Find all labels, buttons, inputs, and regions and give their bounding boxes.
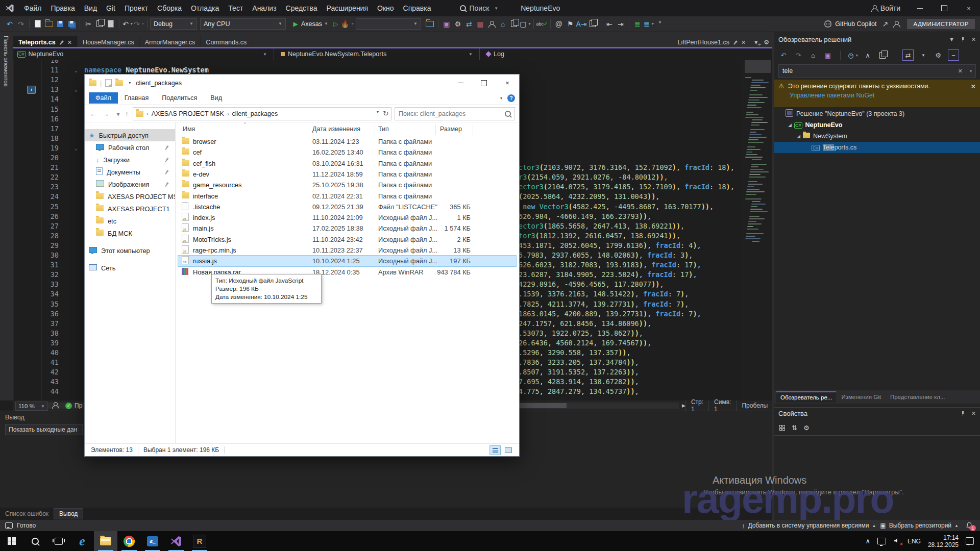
props-pages-icon[interactable]: ⚙	[803, 424, 810, 432]
se-back-icon[interactable]: ↶	[778, 50, 789, 60]
navigate-cursor-icon[interactable]: A⇥	[576, 18, 587, 30]
props-categorized-icon[interactable]	[779, 425, 786, 431]
menu-item-3[interactable]: Вид	[80, 0, 102, 16]
column-header-1[interactable]: Имя	[183, 126, 195, 133]
dismiss-warning-icon[interactable]: ✕	[971, 83, 976, 90]
thumbnails-view-button[interactable]	[503, 445, 514, 455]
sign-in-button[interactable]: Войти	[865, 4, 906, 12]
se-forward-icon[interactable]: ↷	[793, 50, 803, 60]
feedback-bubble-icon[interactable]	[5, 522, 13, 529]
tree-item-neptuneevo[interactable]: ◢C#NeptuneEvo	[774, 119, 980, 131]
expand-ribbon-chevron-icon[interactable]: ▾	[500, 96, 502, 101]
menu-item-5[interactable]: Проект	[120, 0, 153, 16]
se-tab-3[interactable]: Представление кл...	[886, 392, 949, 402]
pin-icon[interactable]	[732, 39, 739, 46]
select-repository-button[interactable]: ▣ Выбрать репозиторий ▲	[880, 522, 959, 529]
file-row-game_resources[interactable]: game_resources25.10.2025 19:38Папка с фа…	[178, 180, 516, 190]
sidebar-item--[interactable]: Документы	[85, 166, 175, 178]
open-file-icon[interactable]	[43, 18, 55, 30]
refresh-icon[interactable]: ↻	[383, 110, 388, 117]
quick-access-new-folder-icon[interactable]	[115, 80, 123, 86]
tab-commands-cs[interactable]: Commands.cs	[201, 36, 252, 48]
powershell-button[interactable]: ≥_	[141, 531, 164, 551]
feedback-person-icon[interactable]	[891, 18, 902, 30]
close-panel-icon[interactable]: ✕	[971, 410, 976, 417]
sidebar-item--[interactable]: БД МСК	[85, 227, 175, 239]
file-row-cef[interactable]: cef16.02.2025 13:40Папка с файлами	[178, 147, 516, 158]
pin-panel-icon[interactable]	[961, 37, 965, 42]
menu-item-9[interactable]: Анализ	[248, 0, 281, 16]
find-in-files-icon[interactable]	[424, 18, 435, 30]
file-explorer-button[interactable]	[94, 531, 117, 551]
details-view-button[interactable]	[489, 445, 501, 455]
column-header-4[interactable]: Размер	[440, 126, 462, 133]
run-target-label[interactable]: Axesas	[301, 20, 322, 28]
wrench-icon[interactable]: ⚙	[452, 18, 463, 30]
menu-item-13[interactable]: Справка	[399, 0, 436, 16]
sidebar-item--[interactable]: ★Быстрый доступ	[85, 129, 175, 141]
help-icon[interactable]: ?	[507, 94, 515, 102]
minimap-viewport[interactable]	[745, 59, 771, 73]
ragemp-button[interactable]: R	[188, 531, 211, 551]
column-header-2[interactable]: Дата изменения	[312, 126, 360, 133]
type-dropdown[interactable]: NeptuneEvo.NewSystem.Teleports ▼	[277, 48, 477, 60]
column-header-3[interactable]: Тип	[378, 126, 389, 133]
explorer-close-button[interactable]: ×	[496, 74, 519, 91]
address-bar[interactable]: › AXESAS PROJECT MSK›client_packages ▾ ↻	[133, 107, 391, 120]
ribbon-tab-2[interactable]: Главная	[118, 92, 156, 104]
indent-increase-icon[interactable]: ⇥	[615, 18, 626, 30]
navigate-forward-icon[interactable]: ↷	[15, 18, 27, 30]
tab-liftpenthouse1[interactable]: LiftPentHouse1.cs ✕	[673, 36, 752, 48]
quotes-icon[interactable]: ”	[654, 18, 666, 30]
file-row-browser[interactable]: browser03.11.2024 1:23Папка с файлами	[178, 136, 516, 147]
live-share-icon[interactable]	[52, 402, 58, 408]
se-home-icon[interactable]: ⌂	[808, 50, 818, 60]
clipboard-ring-icon[interactable]	[587, 18, 598, 30]
sidebar-item--[interactable]: Изображения	[85, 178, 175, 190]
configuration-combo[interactable]: Debug▼	[150, 18, 197, 30]
file-row-main-js[interactable]: main.js17.02.2025 18:38Исходный файл J..…	[178, 223, 516, 234]
bottom-tab-2[interactable]: Вывод	[54, 508, 83, 519]
visual-studio-button[interactable]	[164, 531, 188, 551]
action-center-icon[interactable]	[966, 537, 974, 545]
bookmark-icon[interactable]: ⚑	[565, 18, 576, 30]
menu-item-6[interactable]: Сборка	[153, 0, 186, 16]
close-tab-icon[interactable]: ✕	[67, 39, 72, 46]
notifications-bell-button[interactable]: 1	[966, 522, 973, 529]
editor-status-1[interactable]: Симв: 1	[708, 400, 736, 411]
tree-item--[interactable]: Решение "NeptuneEvo" (3 проекта 3)	[774, 108, 980, 119]
cut-icon[interactable]: ✂	[83, 18, 94, 30]
profiler-person-icon[interactable]	[486, 18, 497, 30]
navigate-back-icon[interactable]: ↶	[4, 18, 15, 30]
explorer-search-input[interactable]: Поиск: client_packages	[395, 107, 515, 120]
menu-item-4[interactable]: Git	[102, 0, 120, 16]
spell-check-icon[interactable]: abc✓	[536, 18, 548, 30]
se-copy-icon[interactable]	[877, 50, 888, 60]
layers-icon[interactable]	[508, 18, 520, 30]
toolbox-red-icon[interactable]: ▦	[475, 18, 486, 30]
ribbon-tab-4[interactable]: Вид	[204, 92, 229, 104]
file-row-russia-js[interactable]: russia.js10.10.2024 1:25Исходный файл J.…	[178, 256, 516, 266]
breadcrumb-segment[interactable]: AXESAS PROJECT MSK	[152, 110, 224, 117]
member-dropdown[interactable]: Log	[482, 48, 772, 60]
file-row-rage-rpc-min-js[interactable]: rage-rpc.min.js10.11.2023 22:37Исходный …	[178, 245, 516, 256]
explorer-maximize-button[interactable]	[472, 74, 496, 91]
forward-arrow-icon[interactable]: →	[101, 110, 110, 118]
pin-icon[interactable]	[58, 39, 65, 46]
props-alphabetical-icon[interactable]: ⇅	[792, 424, 797, 432]
clock[interactable]: 17:14 28.12.2025	[928, 534, 959, 548]
tab-armormanager-cs[interactable]: ArmorManager.cs	[140, 36, 201, 48]
indent-decrease-icon[interactable]: ⇤	[604, 18, 615, 30]
github-copilot-label[interactable]: GitHub Copilot	[835, 20, 876, 28]
manage-nuget-link[interactable]: Управление пакетами NuGet	[790, 92, 875, 99]
hot-reload-icon[interactable]: 🔥▾	[341, 18, 353, 30]
file-row-cef_fish[interactable]: cef_fish03.10.2024 16:31Папка с файлами	[178, 158, 516, 169]
editor-status-2[interactable]: Пробелы	[736, 400, 773, 411]
taskbar-search-button[interactable]	[23, 531, 47, 551]
tree-expander-icon[interactable]: ◢	[797, 134, 803, 139]
paste-icon[interactable]	[105, 18, 116, 30]
fold-chevron-icon[interactable]: ⌄	[75, 85, 78, 94]
run-target-chevron-icon[interactable]: ▼	[324, 21, 328, 26]
sidebar-item-axesas-project1[interactable]: AXESAS PROJECT1	[85, 203, 175, 215]
clear-search-icon[interactable]: ✕	[958, 68, 963, 74]
